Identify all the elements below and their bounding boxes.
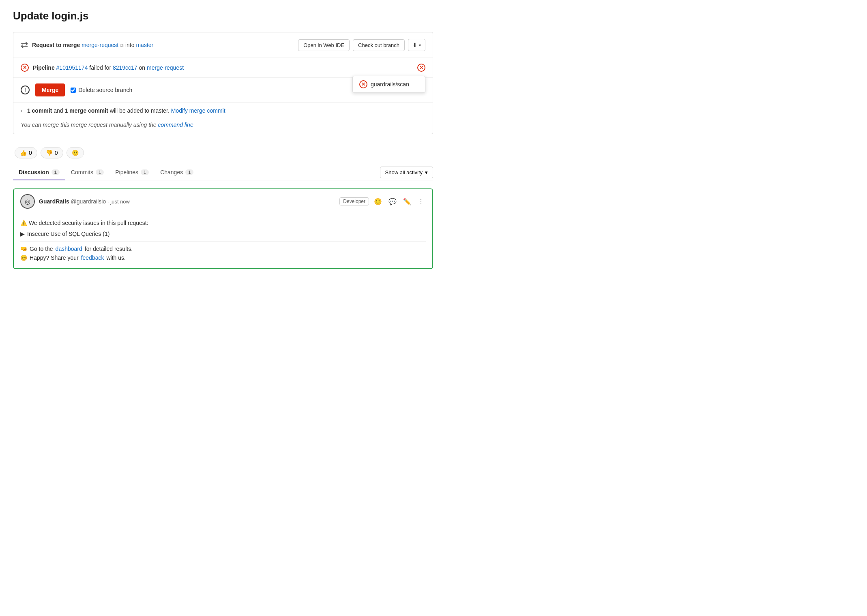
mr-branch-link[interactable]: merge-request — [82, 42, 118, 48]
dropdown-chevron-icon: ▾ — [419, 43, 421, 47]
commits-tab-label: Commits — [71, 169, 93, 175]
pipeline-branch-link[interactable]: merge-request — [147, 64, 184, 71]
comment-author-name: GuardRails — [39, 198, 69, 205]
avatar: ◎ — [20, 194, 35, 209]
comment-username[interactable]: @guardrailsio — [71, 198, 106, 205]
thumbs-down-button[interactable]: 👎 0 — [41, 147, 63, 158]
dashboard-line: 🤜 Go to the dashboard for detailed resul… — [20, 246, 426, 252]
pipeline-id-link[interactable]: #101951174 — [56, 64, 88, 71]
pipeline-dropdown: ✕ ✕ guardrails/scan — [417, 64, 425, 72]
more-options-button[interactable]: ⋮ — [416, 197, 426, 206]
changes-tab-badge: 1 — [185, 169, 193, 175]
open-web-ide-button[interactable]: Open in Web IDE — [298, 39, 350, 51]
on-text: on — [139, 64, 146, 71]
pipeline-commit-link[interactable]: 8219cc17 — [113, 64, 137, 71]
download-icon: ⬇ — [412, 42, 417, 48]
copy-icon[interactable]: ⧉ — [120, 43, 124, 48]
check-out-branch-button[interactable]: Check out branch — [353, 39, 405, 51]
expand-commits-btn[interactable]: › — [21, 108, 22, 114]
mr-target-link[interactable]: master — [136, 42, 153, 48]
command-line-link[interactable]: command line — [158, 122, 193, 128]
failed-text: failed for — [89, 64, 111, 71]
pipeline-jobs-popup: ✕ guardrails/scan — [352, 76, 425, 93]
sql-issue-text: Insecure Use of SQL Queries (1) — [27, 231, 109, 237]
feedback-suffix: with us. — [106, 255, 125, 261]
delete-source-text: Delete source branch — [78, 87, 132, 93]
delete-source-checkbox[interactable] — [71, 88, 76, 93]
feedback-line: 😊 Happy? Share your feedback with us. — [20, 255, 426, 261]
cmd-line-row: You can merge this merge request manuall… — [13, 119, 433, 134]
pipelines-tab-badge: 1 — [141, 169, 149, 175]
pipeline-row: ✕ Pipeline #101951174 failed for 8219cc1… — [13, 58, 433, 78]
download-button[interactable]: ⬇ ▾ — [408, 39, 425, 51]
merge-icon: ⇄ — [21, 40, 28, 50]
merge-commit-text: 1 merge commit — [65, 107, 108, 114]
comment-time: · just now — [107, 199, 130, 205]
pipeline-fail-expand-icon[interactable]: ✕ — [417, 64, 425, 72]
comment-divider — [20, 241, 426, 242]
tabs-right: Show all activity ▾ — [380, 167, 433, 178]
manual-merge-text: You can merge this merge request manuall… — [21, 122, 193, 128]
will-be-added-text: will be added to — [110, 107, 149, 114]
show-activity-chevron-icon: ▾ — [425, 169, 428, 175]
mr-header-text: Request to merge merge-request ⧉ into ma… — [32, 42, 153, 48]
developer-badge: Developer — [339, 197, 369, 205]
reactions-row: 👍 0 👎 0 🙂 — [13, 141, 433, 165]
dashboard-link[interactable]: dashboard — [56, 246, 82, 252]
sql-issue-item[interactable]: ▶ Insecure Use of SQL Queries (1) — [20, 231, 426, 237]
tabs-left: Discussion 1 Commits 1 Pipelines 1 Chang… — [13, 165, 199, 180]
happy-face-icon: 😊 — [20, 255, 27, 261]
emoji-picker-button[interactable]: 🙂 — [67, 147, 84, 158]
hand-right-icon: 🤜 — [20, 246, 27, 252]
emoji-reaction-button[interactable]: 🙂 — [372, 197, 384, 206]
job-name[interactable]: guardrails/scan — [371, 81, 409, 88]
warning-icon: ⚠️ — [20, 220, 27, 226]
show-activity-label: Show all activity — [385, 169, 423, 175]
security-notice: ⚠️ We detected security issues in this p… — [20, 218, 426, 227]
pipelines-tab-label: Pipelines — [115, 169, 138, 175]
commit-info-row: › 1 commit and 1 merge commit will be ad… — [13, 103, 433, 119]
changes-tab-label: Changes — [160, 169, 183, 175]
pipeline-fail-icon: ✕ — [21, 64, 29, 72]
tab-pipelines[interactable]: Pipelines 1 — [109, 165, 155, 180]
merge-request-card: ⇄ Request to merge merge-request ⧉ into … — [13, 32, 433, 134]
merge-button[interactable]: Merge — [35, 83, 65, 96]
avatar-icon: ◎ — [25, 198, 30, 205]
job-fail-icon: ✕ — [359, 80, 367, 88]
comment-header: ◎ GuardRails @guardrailsio · just now De… — [14, 189, 432, 214]
discussion-tab-badge: 1 — [52, 169, 60, 175]
reply-button[interactable]: 💬 — [387, 197, 398, 206]
tab-changes[interactable]: Changes 1 — [155, 165, 199, 180]
commit-count: 1 commit — [27, 107, 52, 114]
tab-commits[interactable]: Commits 1 — [65, 165, 109, 180]
thumbs-down-icon: 👎 — [46, 150, 53, 156]
thumbs-up-count: 0 — [29, 150, 32, 156]
edit-comment-button[interactable]: ✏️ — [401, 197, 413, 206]
target-branch-text: master. — [151, 107, 170, 114]
modify-merge-commit-link[interactable]: Modify merge commit — [171, 107, 225, 114]
mr-header-row: ⇄ Request to merge merge-request ⧉ into … — [13, 32, 433, 58]
dashboard-suffix: for detailed results. — [85, 246, 133, 252]
comment-header-right: Developer 🙂 💬 ✏️ ⋮ — [339, 197, 426, 206]
and-text: and — [54, 107, 63, 114]
pipeline-left: ✕ Pipeline #101951174 failed for 8219cc1… — [21, 64, 184, 72]
commits-tab-badge: 1 — [96, 169, 104, 175]
pipeline-label: Pipeline — [33, 64, 55, 71]
tab-discussion[interactable]: Discussion 1 — [13, 165, 65, 180]
discussion-tab-label: Discussion — [19, 169, 49, 175]
show-all-activity-button[interactable]: Show all activity ▾ — [380, 167, 433, 178]
mr-header-right: Open in Web IDE Check out branch ⬇ ▾ — [298, 39, 425, 51]
feedback-link[interactable]: feedback — [81, 255, 104, 261]
tabs-bar: Discussion 1 Commits 1 Pipelines 1 Chang… — [13, 165, 433, 180]
thumbs-up-icon: 👍 — [20, 150, 27, 156]
thumbs-up-button[interactable]: 👍 0 — [15, 147, 37, 158]
comment-header-left: ◎ GuardRails @guardrailsio · just now — [20, 194, 130, 209]
mr-header-left: ⇄ Request to merge merge-request ⧉ into … — [21, 40, 153, 50]
warning-circle-icon: ! — [21, 86, 30, 94]
comment-card: ◎ GuardRails @guardrailsio · just now De… — [13, 188, 433, 269]
commit-info-text: › 1 commit and 1 merge commit will be ad… — [21, 107, 225, 114]
collapse-arrow-icon: ▶ — [20, 231, 25, 237]
pipeline-text: Pipeline #101951174 failed for 8219cc17 … — [33, 64, 184, 71]
delete-source-label[interactable]: Delete source branch — [71, 87, 132, 93]
security-text: We detected security issues in this pull… — [29, 220, 148, 226]
